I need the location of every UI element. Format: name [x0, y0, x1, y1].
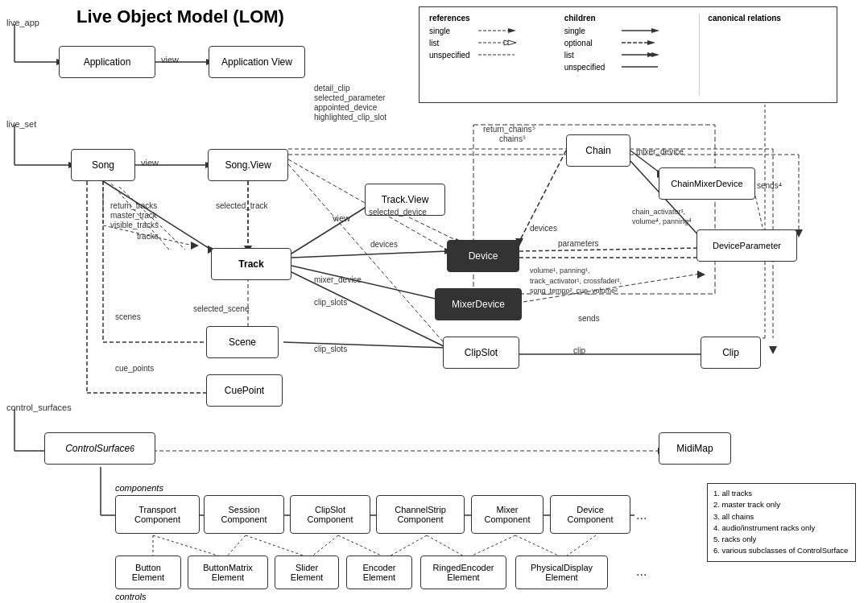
- legend-ref-list-row: list: [429, 38, 548, 47]
- footnotes-box: 1. all tracks 2. master track only 3. al…: [707, 483, 856, 562]
- selected-track-label: selected_track: [216, 201, 267, 210]
- legend-child-optional-label: optional: [564, 39, 617, 47]
- clip-slots2-label: clip_slots: [314, 345, 347, 353]
- button-elem-box: ButtonElement: [115, 556, 181, 589]
- chain-mixer-device-box: ChainMixerDevice: [659, 167, 755, 200]
- footnote-3: 3. all chains: [713, 511, 849, 522]
- legend-ref-unspecified-row: unspecified: [429, 50, 548, 60]
- live-set-label: live_set: [6, 119, 36, 129]
- legend-canonical-title: canonical relations: [708, 14, 827, 23]
- svg-marker-91: [508, 40, 516, 45]
- highlighted-clip-slot-label: highlighted_clip_slot: [314, 113, 386, 122]
- svg-line-80: [338, 535, 386, 558]
- legend-child-unspecified-row: unspecified: [564, 62, 684, 72]
- svg-line-50: [283, 342, 447, 348]
- clip-slots-label: clip_slots: [314, 298, 347, 307]
- svg-line-40: [519, 248, 701, 251]
- scenes-label: scenes: [115, 312, 141, 321]
- legend-children-title: children: [564, 14, 684, 23]
- device-comp-box: DeviceComponent: [550, 495, 630, 534]
- svg-line-81: [427, 535, 467, 558]
- control-surface-box: ControlSurface 6: [44, 432, 155, 465]
- svg-marker-21: [769, 346, 777, 354]
- legend-child-single-label: single: [564, 27, 617, 35]
- svg-line-78: [153, 535, 225, 558]
- device-parameter-box: DeviceParameter: [696, 229, 797, 262]
- svg-marker-94: [651, 28, 659, 33]
- parameters-label: parameters: [558, 239, 599, 248]
- legend-children: children single optional list unspecifie…: [564, 14, 684, 96]
- legend-child-optional-row: optional: [564, 38, 684, 47]
- application-view-box: Application View: [209, 46, 305, 78]
- svg-line-77: [564, 535, 596, 558]
- legend-child-single-row: single: [564, 26, 684, 35]
- track-params-label: volume¹, panning¹,track_activator¹, cros…: [530, 266, 659, 296]
- appointed-device-label: appointed_device: [314, 103, 377, 112]
- svg-line-74: [310, 535, 338, 558]
- footnote-1: 1. all tracks: [713, 488, 849, 499]
- selected-device-label: selected_device: [369, 208, 427, 217]
- legend-child-list-label: list: [564, 51, 617, 60]
- song-view-box: Song.View: [208, 149, 288, 181]
- legend-ref-unspecified-label: unspecified: [429, 51, 473, 60]
- legend-child-list-row: list: [564, 50, 684, 60]
- svg-line-82: [515, 535, 564, 558]
- ringed-encoder-elem-box: RingedEncoderElement: [420, 556, 506, 589]
- scene-box: Scene: [206, 326, 279, 358]
- svg-line-76: [467, 535, 515, 558]
- svg-line-75: [386, 535, 427, 558]
- chains-label: chains⁵: [499, 134, 526, 143]
- svg-marker-47: [697, 271, 705, 279]
- devices-chain-label: devices: [530, 224, 557, 233]
- visible-tracks-label: visible_tracks: [110, 221, 159, 229]
- diagram-title: Live Object Model (LOM): [76, 6, 284, 27]
- controls-label: controls: [115, 592, 147, 601]
- return-chains-label: return_chains⁵: [483, 125, 535, 134]
- components-label: components: [115, 483, 163, 493]
- selected-scene-label: selected_scene: [193, 304, 250, 313]
- svg-line-73: [225, 535, 246, 558]
- svg-text:...: ...: [636, 564, 647, 578]
- session-comp-box: SessionComponent: [204, 495, 284, 534]
- legend-ref-single-label: single: [429, 27, 473, 35]
- legend-references: references single list unspecified: [429, 14, 548, 96]
- selected-parameter-label: selected_parameter: [314, 93, 385, 102]
- cue-points-label: cue_points: [115, 364, 154, 373]
- mixer-comp-box: MixerComponent: [471, 495, 544, 534]
- view-app-label: view: [161, 55, 179, 64]
- svg-marker-96: [647, 40, 655, 45]
- clip-box: Clip: [701, 337, 761, 369]
- footnote-5: 5. racks only: [713, 534, 849, 545]
- diagram-container: Live Object Model (LOM): [0, 0, 868, 603]
- svg-marker-88: [508, 28, 516, 33]
- master-track-label: master_track: [110, 211, 157, 220]
- footnote-4: 4. audio/instrument racks only: [713, 522, 849, 534]
- svg-marker-12: [191, 242, 199, 250]
- return-tracks-label: return_tracks: [110, 201, 157, 210]
- view-song-label: view: [141, 158, 159, 167]
- svg-marker-99: [651, 52, 659, 57]
- control-surfaces-label: control_surfaces: [6, 403, 72, 412]
- footnote-2: 2. master track only: [713, 499, 849, 510]
- device-box: Device: [447, 240, 519, 272]
- view-track-label: view: [333, 213, 350, 223]
- legend-canonical: canonical relations: [699, 14, 827, 96]
- legend-references-title: references: [429, 14, 548, 23]
- svg-line-79: [246, 535, 310, 558]
- encoder-elem-box: EncoderElement: [346, 556, 412, 589]
- chain-box: Chain: [566, 134, 630, 167]
- footnote-6: 6. various subclasses of ControlSurface: [713, 545, 849, 556]
- detail-clip-label: detail_clip: [314, 84, 349, 93]
- song-box: Song: [71, 149, 135, 181]
- svg-line-27: [291, 205, 369, 254]
- mixer-device-track-label: mixer_device: [314, 275, 362, 284]
- button-matrix-elem-box: ButtonMatrixElement: [188, 556, 268, 589]
- legend-child-unspecified-label: unspecified: [564, 63, 617, 72]
- sends-label: sends: [578, 314, 600, 323]
- clipslot-comp-box: ClipSlotComponent: [290, 495, 370, 534]
- svg-line-31: [291, 251, 447, 258]
- mixer-device-box: MixerDevice: [435, 288, 522, 320]
- midi-map-box: MidiMap: [659, 432, 731, 465]
- clip-slot-box: ClipSlot: [443, 337, 519, 369]
- physical-display-elem-box: PhysicalDisplayElement: [515, 556, 608, 589]
